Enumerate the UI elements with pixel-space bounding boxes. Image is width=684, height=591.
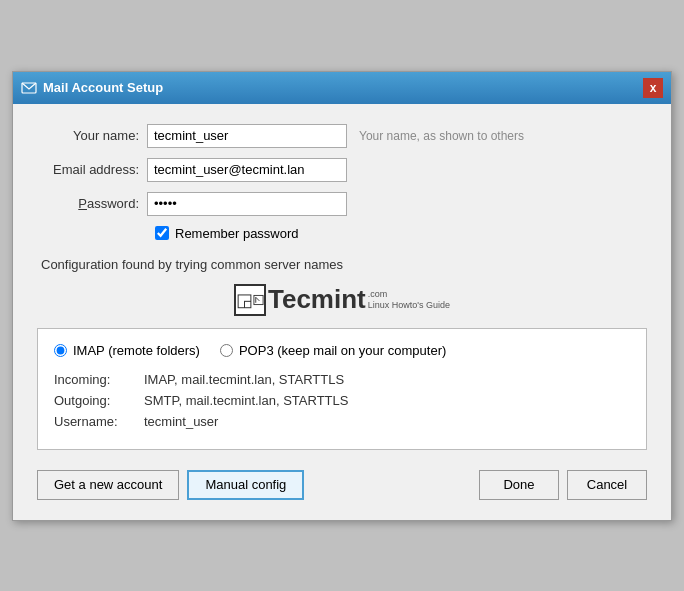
button-row: Get a new account Manual config Done Can… xyxy=(37,466,647,504)
watermark-container: Tecmint .com Linux Howto's Guide xyxy=(37,284,647,316)
your-name-hint: Your name, as shown to others xyxy=(359,129,524,143)
config-found-text: Configuration found by trying common ser… xyxy=(41,257,647,272)
incoming-label: Incoming: xyxy=(54,372,144,387)
your-name-input[interactable] xyxy=(147,124,347,148)
get-new-account-button[interactable]: Get a new account xyxy=(37,470,179,500)
remember-password-checkbox[interactable] xyxy=(155,226,169,240)
remember-password-label[interactable]: Remember password xyxy=(175,226,299,241)
password-input[interactable] xyxy=(147,192,347,216)
password-row: Password: xyxy=(37,192,647,216)
imap-label: IMAP (remote folders) xyxy=(73,343,200,358)
email-input[interactable] xyxy=(147,158,347,182)
watermark-sub-text: .com Linux Howto's Guide xyxy=(368,289,450,311)
imap-radio[interactable] xyxy=(54,344,67,357)
email-row: Email address: xyxy=(37,158,647,182)
form-section: Your name: Your name, as shown to others… xyxy=(37,124,647,241)
dialog-body: Your name: Your name, as shown to others… xyxy=(13,104,671,520)
title-bar: Mail Account Setup x xyxy=(13,72,671,104)
outgoing-value: SMTP, mail.tecmint.lan, STARTTLS xyxy=(144,393,348,408)
tecmint-logo-icon xyxy=(253,288,264,312)
done-button[interactable]: Done xyxy=(479,470,559,500)
watermark-brand-text: Tecmint xyxy=(268,284,366,315)
pop3-radio[interactable] xyxy=(220,344,233,357)
outgoing-row: Outgoing: SMTP, mail.tecmint.lan, STARTT… xyxy=(54,393,630,408)
password-label: Password: xyxy=(37,196,147,211)
protocol-radio-row: IMAP (remote folders) POP3 (keep mail on… xyxy=(54,343,630,358)
your-name-label: Your name: xyxy=(37,128,147,143)
incoming-row: Incoming: IMAP, mail.tecmint.lan, STARTT… xyxy=(54,372,630,387)
imap-option[interactable]: IMAP (remote folders) xyxy=(54,343,200,358)
title-bar-title: Mail Account Setup xyxy=(21,80,163,96)
mail-account-setup-dialog: Mail Account Setup x Your name: Your nam… xyxy=(12,71,672,521)
username-value: tecmint_user xyxy=(144,414,218,429)
server-options-box: IMAP (remote folders) POP3 (keep mail on… xyxy=(37,328,647,450)
watermark-icon xyxy=(234,284,266,316)
watermark: Tecmint .com Linux Howto's Guide xyxy=(234,284,450,316)
manual-config-button[interactable]: Manual config xyxy=(187,470,304,500)
close-button[interactable]: x xyxy=(643,78,663,98)
incoming-value: IMAP, mail.tecmint.lan, STARTTLS xyxy=(144,372,344,387)
dialog-title: Mail Account Setup xyxy=(43,80,163,95)
username-row: Username: tecmint_user xyxy=(54,414,630,429)
pop3-option[interactable]: POP3 (keep mail on your computer) xyxy=(220,343,446,358)
username-label: Username: xyxy=(54,414,144,429)
your-name-row: Your name: Your name, as shown to others xyxy=(37,124,647,148)
outgoing-label: Outgoing: xyxy=(54,393,144,408)
email-label: Email address: xyxy=(37,162,147,177)
cancel-button[interactable]: Cancel xyxy=(567,470,647,500)
remember-password-row: Remember password xyxy=(155,226,647,241)
pop3-label: POP3 (keep mail on your computer) xyxy=(239,343,446,358)
mail-icon xyxy=(21,80,37,96)
